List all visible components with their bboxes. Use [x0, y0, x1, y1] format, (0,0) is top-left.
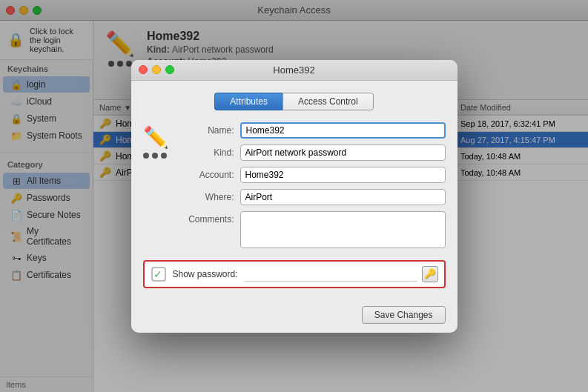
where-input[interactable]	[240, 189, 446, 205]
modal-footer: Save Changes	[131, 300, 457, 333]
name-label: Name:	[181, 125, 240, 136]
modal-icon-area: ✏️	[143, 125, 169, 254]
form-row-where: Where:	[181, 189, 446, 205]
modal-content-row: ✏️ Name: Kind:	[143, 122, 446, 254]
modal-dot3	[161, 153, 167, 159]
form-area: Name: Kind: Account: Where:	[181, 122, 446, 254]
modal-pencil-icon: ✏️	[143, 126, 169, 149]
modal-maximize-button[interactable]	[165, 65, 174, 74]
modal-body: Attributes Access Control ✏️ Name:	[131, 81, 457, 300]
form-row-kind: Kind:	[181, 144, 446, 161]
form-row-name: Name:	[181, 122, 446, 139]
tab-access-control[interactable]: Access Control	[283, 93, 374, 110]
show-password-checkbox[interactable]: ✓	[151, 266, 167, 282]
form-row-comments: Comments:	[181, 211, 446, 248]
svg-text:✓: ✓	[153, 268, 162, 280]
modal-close-button[interactable]	[139, 65, 148, 74]
modal-traffic-lights	[139, 65, 174, 74]
account-input[interactable]	[240, 167, 446, 183]
password-input[interactable]	[244, 267, 417, 282]
modal-dot1	[143, 153, 149, 159]
show-password-row: ✓ Show password: 🔑	[143, 260, 446, 288]
show-password-label: Show password:	[173, 269, 238, 279]
modal-title: Home392	[273, 64, 314, 76]
modal-overlay: Home392 Attributes Access Control ✏️	[0, 0, 588, 392]
where-label: Where:	[181, 192, 240, 202]
name-input[interactable]	[240, 122, 446, 139]
save-changes-button[interactable]: Save Changes	[362, 306, 446, 324]
tab-attributes[interactable]: Attributes	[214, 93, 283, 110]
key-icon-button[interactable]: 🔑	[422, 266, 438, 282]
comments-label: Comments:	[181, 211, 240, 225]
modal-minimize-button[interactable]	[152, 65, 161, 74]
kind-label: Kind:	[181, 147, 240, 158]
account-label: Account:	[181, 170, 240, 180]
form-row-account: Account:	[181, 167, 446, 183]
kind-input[interactable]	[240, 144, 446, 161]
modal-dialog: Home392 Attributes Access Control ✏️	[131, 60, 457, 333]
modal-dot2	[152, 153, 158, 159]
modal-title-bar: Home392	[131, 60, 457, 81]
modal-tabs: Attributes Access Control	[143, 93, 446, 110]
modal-dots	[143, 153, 169, 159]
comments-textarea[interactable]	[240, 211, 446, 248]
